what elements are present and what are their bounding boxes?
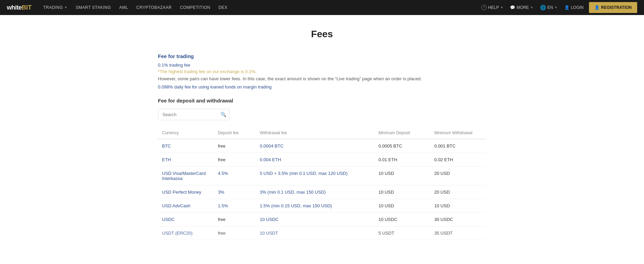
cell-withdrawal-fee: 0.004 ETH bbox=[256, 153, 374, 166]
nav-item-trading[interactable]: TRADING ▼ bbox=[40, 0, 71, 15]
nav-items: TRADING ▼ SMART STAKING AML CRYPTOBAZAAR… bbox=[40, 0, 231, 15]
header-min-withdrawal: Minimum Withdrawal bbox=[430, 127, 486, 139]
chevron-down-icon: ▼ bbox=[64, 6, 67, 9]
currency-link[interactable]: ETH bbox=[162, 157, 171, 162]
trading-fee-section: Fee for trading 0.1% trading fee *The hi… bbox=[158, 53, 486, 89]
fees-table: Currency Deposit fee Withdrawal fee Mini… bbox=[158, 127, 486, 240]
cell-min-withdrawal: 0.001 BTC bbox=[430, 139, 486, 153]
cell-deposit-fee: 1.5% bbox=[214, 199, 256, 212]
navbar: white BIT TRADING ▼ SMART STAKING AML CR… bbox=[0, 0, 644, 15]
header-currency: Currency bbox=[158, 127, 214, 139]
cell-currency: USD Perfect Money bbox=[158, 185, 214, 199]
search-icon-button[interactable]: 🔍 bbox=[220, 112, 226, 117]
cell-deposit-fee: 3% bbox=[214, 185, 256, 199]
cell-min-deposit: 0.01 ETH bbox=[374, 153, 430, 166]
cell-currency: USDT (ERC20) bbox=[158, 226, 214, 240]
header-min-deposit: Minimum Deposit bbox=[374, 127, 430, 139]
header-withdrawal-fee: Withdrawal fee bbox=[256, 127, 374, 139]
register-button[interactable]: 👤 REGISTRATION bbox=[589, 2, 637, 13]
nav-item-language[interactable]: 🌐 EN ▼ bbox=[537, 0, 560, 15]
cell-withdrawal-fee: 10 USDT bbox=[256, 226, 374, 240]
logo-bit-text: BIT bbox=[22, 4, 32, 11]
currency-link[interactable]: USD Perfect Money bbox=[162, 190, 201, 195]
trading-section-title: Fee for trading bbox=[158, 53, 486, 59]
deposit-section-title: Fee for deposit and withdrawal bbox=[158, 98, 486, 103]
currency-link[interactable]: USDT (ERC20) bbox=[162, 231, 192, 236]
cell-min-withdrawal: 20 USD bbox=[430, 166, 486, 185]
nav-item-dex[interactable]: DEX bbox=[215, 0, 231, 15]
cell-min-deposit: 10 USD bbox=[374, 199, 430, 212]
header-deposit-fee: Deposit fee bbox=[214, 127, 256, 139]
table-body: BTC free 0.0004 BTC 0.0005 BTC 0.001 BTC… bbox=[158, 139, 486, 240]
cell-deposit-fee: free bbox=[214, 139, 256, 153]
navbar-left: white BIT TRADING ▼ SMART STAKING AML CR… bbox=[7, 0, 231, 15]
cell-deposit-fee: free bbox=[214, 226, 256, 240]
navbar-right: ? HELP ▼ 💬 MORE ▼ 🌐 EN ▼ 👤 LOGIN 👤 REGIS… bbox=[479, 0, 637, 15]
table-row: USD Visa/MasterCard Interkassa 4.5% 5 US… bbox=[158, 166, 486, 185]
cell-min-withdrawal: 10 USD bbox=[430, 199, 486, 212]
cell-currency: BTC bbox=[158, 139, 214, 153]
cell-currency: USDC bbox=[158, 212, 214, 226]
help-icon: ? bbox=[481, 5, 487, 10]
trading-fee-text: 0.1% trading fee bbox=[158, 62, 486, 68]
currency-link[interactable]: USD Visa/MasterCard Interkassa bbox=[162, 171, 206, 181]
currency-link[interactable]: USDC bbox=[162, 217, 175, 222]
person-icon: 👤 bbox=[564, 5, 569, 10]
logo[interactable]: white BIT bbox=[7, 4, 32, 11]
trading-desc: However, some pairs can have lower fees.… bbox=[158, 75, 486, 82]
nav-item-aml[interactable]: AML bbox=[116, 0, 132, 15]
search-container: 🔍 bbox=[158, 109, 230, 120]
cell-currency: ETH bbox=[158, 153, 214, 166]
currency-link[interactable]: BTC bbox=[162, 143, 171, 149]
table-header-row: Currency Deposit fee Withdrawal fee Mini… bbox=[158, 127, 486, 139]
register-icon: 👤 bbox=[594, 5, 600, 10]
table-row: USD AdvCash 1.5% 1.5% (min 0.15 USD, max… bbox=[158, 199, 486, 212]
table-row: USDC free 10 USDC 10 USDC 30 USDC bbox=[158, 212, 486, 226]
search-icon: 🔍 bbox=[220, 112, 226, 117]
logo-white-text: white bbox=[7, 4, 22, 11]
cell-min-withdrawal: 30 USDC bbox=[430, 212, 486, 226]
cell-min-deposit: 10 USD bbox=[374, 166, 430, 185]
main-content: Fees Fee for trading 0.1% trading fee *T… bbox=[151, 15, 493, 261]
table-header: Currency Deposit fee Withdrawal fee Mini… bbox=[158, 127, 486, 139]
cell-min-deposit: 10 USDC bbox=[374, 212, 430, 226]
chat-icon: 💬 bbox=[510, 5, 515, 10]
cell-withdrawal-fee: 3% (min 0.1 USD, max 150 USD) bbox=[256, 185, 374, 199]
cell-currency: USD AdvCash bbox=[158, 199, 214, 212]
margin-fee: 0.098% daily fee for using loaned funds … bbox=[158, 84, 486, 89]
nav-item-more[interactable]: 💬 MORE ▼ bbox=[507, 0, 536, 15]
currency-link[interactable]: USD AdvCash bbox=[162, 203, 190, 208]
cell-min-withdrawal: 0.02 ETH bbox=[430, 153, 486, 166]
table-row: USDT (ERC20) free 10 USDT 5 USDT 35 USDT bbox=[158, 226, 486, 240]
deposit-section: Fee for deposit and withdrawal 🔍 Currenc… bbox=[158, 98, 486, 240]
cell-withdrawal-fee: 1.5% (min 0.15 USD, max 150 USD) bbox=[256, 199, 374, 212]
cell-min-withdrawal: 20 USD bbox=[430, 185, 486, 199]
cell-withdrawal-fee: 0.0004 BTC bbox=[256, 139, 374, 153]
cell-min-deposit: 0.0005 BTC bbox=[374, 139, 430, 153]
cell-deposit-fee: 4.5% bbox=[214, 166, 256, 185]
cell-min-withdrawal: 35 USDT bbox=[430, 226, 486, 240]
cell-deposit-fee: free bbox=[214, 153, 256, 166]
cell-withdrawal-fee: 5 USD + 3.5% (min 0.1 USD, max 120 USD) bbox=[256, 166, 374, 185]
nav-item-help[interactable]: ? HELP ▼ bbox=[479, 0, 506, 15]
nav-item-cryptobazaar[interactable]: CRYPTOBAZAAR bbox=[133, 0, 175, 15]
cell-withdrawal-fee: 10 USDC bbox=[256, 212, 374, 226]
table-row: ETH free 0.004 ETH 0.01 ETH 0.02 ETH bbox=[158, 153, 486, 166]
chevron-down-icon: ▼ bbox=[500, 6, 503, 9]
cell-min-deposit: 5 USDT bbox=[374, 226, 430, 240]
cell-min-deposit: 10 USD bbox=[374, 185, 430, 199]
trading-note: *The highest trading fee on our exchange… bbox=[158, 69, 486, 74]
cell-deposit-fee: free bbox=[214, 212, 256, 226]
nav-item-competition[interactable]: COMPETITION bbox=[176, 0, 214, 15]
cell-currency: USD Visa/MasterCard Interkassa bbox=[158, 166, 214, 185]
table-row: BTC free 0.0004 BTC 0.0005 BTC 0.001 BTC bbox=[158, 139, 486, 153]
chevron-down-icon: ▼ bbox=[530, 6, 533, 9]
chevron-down-icon: ▼ bbox=[554, 6, 558, 9]
globe-icon: 🌐 bbox=[540, 5, 546, 10]
page-title: Fees bbox=[158, 29, 486, 40]
nav-item-smart-staking[interactable]: SMART STAKING bbox=[72, 0, 114, 15]
search-input[interactable] bbox=[158, 109, 230, 120]
table-row: USD Perfect Money 3% 3% (min 0.1 USD, ma… bbox=[158, 185, 486, 199]
nav-item-login[interactable]: 👤 LOGIN bbox=[562, 0, 586, 15]
